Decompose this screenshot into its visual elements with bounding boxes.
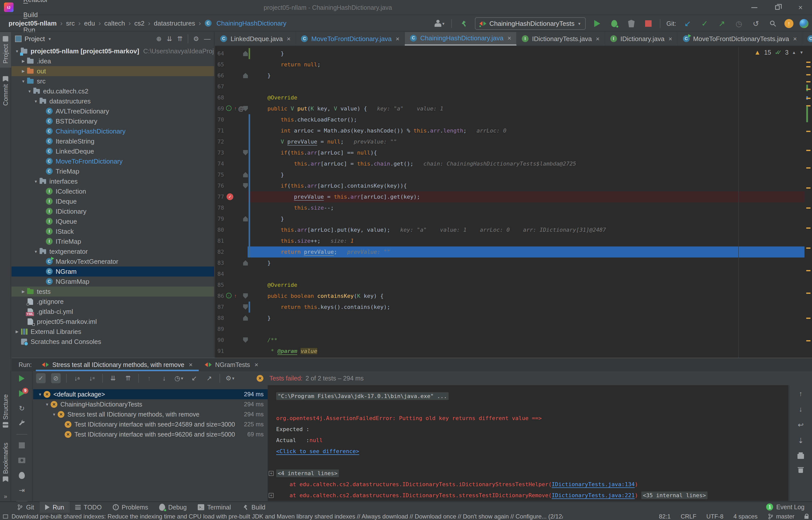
- line-number[interactable]: 82: [215, 246, 224, 258]
- code-line[interactable]: 77✓ prevValue = this.arr[arrLoc].get(key…: [215, 191, 812, 202]
- git-history-button[interactable]: ◷: [733, 18, 744, 29]
- fold-marker-icon[interactable]: [243, 73, 248, 78]
- line-number[interactable]: 78: [215, 202, 224, 213]
- stack-trace-link[interactable]: <Click to see difference>: [276, 448, 359, 454]
- test-tree-item[interactable]: ✕Test IDictionary interface with seed=24…: [33, 419, 268, 429]
- ide-update-icon[interactable]: ↑: [784, 19, 793, 28]
- tree-item[interactable]: IIDeque: [11, 197, 214, 206]
- status-message[interactable]: Download pre-built shared indexes: Reduc…: [11, 513, 563, 520]
- run-with-coverage-button[interactable]: [626, 18, 637, 29]
- chevron-down-icon[interactable]: ▼: [14, 49, 21, 53]
- tool-window-button-git[interactable]: Git: [11, 502, 40, 513]
- more-tool-windows-button[interactable]: »: [4, 493, 7, 500]
- tree-item[interactable]: CBSTDictionary: [11, 116, 214, 126]
- line-number[interactable]: 91: [215, 346, 224, 357]
- tree-item[interactable]: CNGramMap: [11, 277, 214, 287]
- fold-marker-icon[interactable]: [243, 172, 248, 177]
- tree-item[interactable]: IIDictionary: [11, 206, 214, 216]
- event-log-widget[interactable]: 1 Event Log: [766, 501, 805, 513]
- tool-window-button-build[interactable]: Build: [236, 502, 271, 513]
- line-number[interactable]: 88: [215, 313, 224, 323]
- line-number[interactable]: 79: [215, 213, 224, 225]
- previous-failed-test-button[interactable]: ↑: [144, 373, 154, 383]
- tool-tab-project[interactable]: Project: [0, 32, 11, 68]
- tree-item[interactable]: CMarkovTextGenerator: [11, 257, 214, 266]
- run-tab[interactable]: NGramTests×: [199, 358, 264, 371]
- tree-item[interactable]: Scratches and Consoles: [11, 337, 214, 347]
- code-line[interactable]: 65 return null;: [215, 59, 812, 70]
- editor-tab[interactable]: CChainingHashDictionary.java×: [405, 32, 516, 46]
- test-runner-settings-button[interactable]: [17, 419, 27, 427]
- code-line[interactable]: 66 }: [215, 70, 812, 81]
- editor-tab[interactable]: IIDictionaryTests.java×: [516, 32, 605, 46]
- code-line[interactable]: 67: [215, 81, 812, 92]
- line-ending-select[interactable]: CRLF: [681, 513, 696, 520]
- line-number[interactable]: 85: [215, 280, 224, 291]
- git-branch-widget[interactable]: master: [768, 513, 794, 520]
- tool-tab-bookmarks[interactable]: Bookmarks: [0, 439, 11, 486]
- warning-stripe-mark[interactable]: [806, 207, 811, 209]
- breakpoint-icon[interactable]: ✓: [227, 193, 233, 200]
- tree-item[interactable]: IIStack: [11, 227, 214, 236]
- line-number[interactable]: 65: [215, 59, 224, 70]
- rerun-failed-tests-button[interactable]: 9: [17, 389, 27, 398]
- line-number[interactable]: 80: [215, 225, 224, 235]
- line-number[interactable]: 83: [215, 258, 224, 268]
- code-line[interactable]: 80 this.arr[arrLoc].put(key, value); key…: [215, 225, 812, 235]
- code-editor[interactable]: 64 }65 return null;66 }6768 @Override69↑…: [215, 47, 812, 358]
- stop-process-button[interactable]: [17, 441, 27, 450]
- code-line[interactable]: 79 }: [215, 213, 812, 225]
- tree-item[interactable]: CChainingHashDictionary: [11, 126, 214, 136]
- line-number[interactable]: 75: [215, 169, 224, 180]
- scroll-to-end-button[interactable]: ⇣: [798, 437, 804, 445]
- tree-item[interactable]: CIterableString: [11, 136, 214, 146]
- line-number[interactable]: 64: [215, 48, 224, 59]
- collapse-all-button[interactable]: ⇈: [123, 373, 133, 383]
- chevron-right-icon[interactable]: ▶: [20, 59, 27, 63]
- sort-by-duration-button[interactable]: ↓≡: [87, 373, 97, 383]
- print-icon[interactable]: [797, 454, 804, 459]
- code-line[interactable]: 72 V prevValue = null; prevValue: "": [215, 136, 812, 147]
- attach-debugger-button[interactable]: [17, 471, 27, 480]
- line-number[interactable]: 81: [215, 235, 224, 246]
- code-line[interactable]: 84: [215, 268, 812, 280]
- test-tree-item[interactable]: ▼✕ChainingHashDictionaryTests294 ms: [33, 399, 268, 409]
- close-tab-icon[interactable]: ×: [287, 35, 290, 43]
- tool-window-button-run[interactable]: Run: [40, 502, 70, 513]
- tree-item[interactable]: CAVLTreeDictionary: [11, 106, 214, 116]
- fold-marker-icon[interactable]: [243, 260, 248, 265]
- encoding-select[interactable]: UTF-8: [707, 513, 724, 520]
- line-number[interactable]: 72: [215, 136, 224, 147]
- line-number[interactable]: 87: [215, 302, 224, 313]
- scroll-up-button[interactable]: ↑: [799, 390, 803, 398]
- run-tab[interactable]: Stress test all IDictionary methods, wit…: [36, 358, 199, 371]
- error-stripe[interactable]: [805, 47, 812, 358]
- code-line[interactable]: 82 return prevValue; prevValue: "": [215, 246, 812, 258]
- tool-window-button-todo[interactable]: TODO: [70, 502, 107, 513]
- override-method-icon[interactable]: ↑: [226, 293, 232, 298]
- indent-select[interactable]: 4 spaces: [734, 513, 758, 520]
- expand-stack-icon[interactable]: +: [269, 471, 274, 476]
- clear-console-button[interactable]: [797, 466, 804, 473]
- warning-stripe-mark[interactable]: [806, 292, 811, 294]
- inspections-widget[interactable]: ▲ 15 ✓✓ 3 ▲ ▼: [754, 49, 804, 56]
- stack-trace-link[interactable]: IDictionaryTests.java:221: [552, 492, 635, 498]
- warning-stripe-mark[interactable]: [806, 248, 811, 249]
- chevron-down-icon[interactable]: ▼: [26, 89, 33, 94]
- code-line[interactable]: 90 /**: [215, 335, 812, 346]
- code-line[interactable]: 86↑↑ public boolean containsKey(K key) {: [215, 291, 812, 302]
- build-project-button[interactable]: [458, 18, 469, 29]
- code-line[interactable]: 70 this.checkLoadFactor();: [215, 114, 812, 125]
- expand-stack-icon[interactable]: +: [269, 493, 274, 498]
- warning-stripe-mark[interactable]: [806, 74, 811, 75]
- show-passed-button[interactable]: ✓: [36, 373, 46, 383]
- tree-item[interactable]: IIQueue: [11, 216, 214, 227]
- close-tab-icon[interactable]: ×: [254, 361, 258, 369]
- warning-stripe-mark[interactable]: [806, 150, 811, 151]
- rerun-tests-button[interactable]: [17, 374, 27, 383]
- expand-all-button[interactable]: ⇊: [108, 373, 118, 383]
- breadcrumb-item[interactable]: cs2: [133, 20, 146, 27]
- code-line[interactable]: 88 }: [215, 313, 812, 323]
- line-number[interactable]: 69: [215, 103, 224, 114]
- tree-item[interactable]: project05-markov.iml: [11, 317, 214, 327]
